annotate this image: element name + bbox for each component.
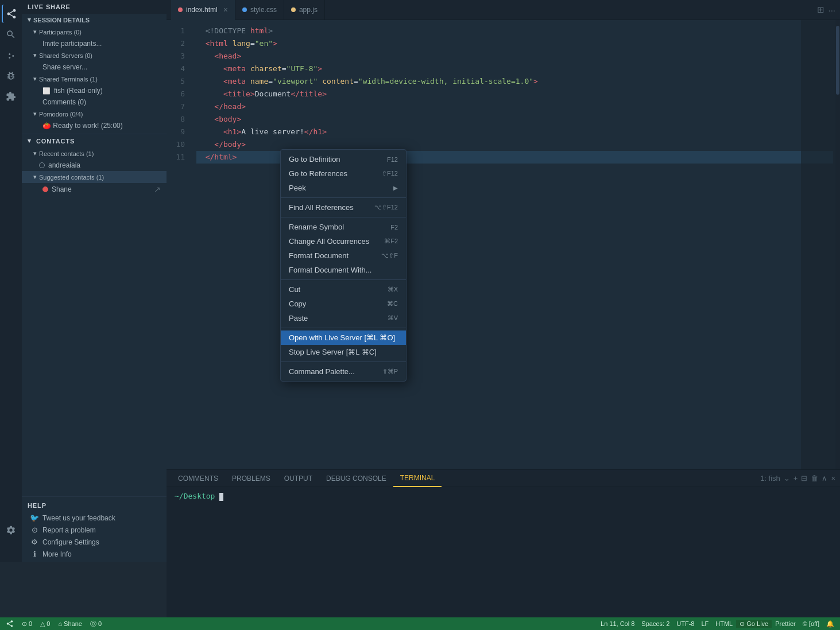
contact-shane[interactable]: Shane ↗ — [22, 183, 167, 196]
ctx-divider-2 — [281, 217, 406, 217]
help-header: HELP — [22, 499, 167, 512]
ctx-peek[interactable]: Peek — [281, 181, 406, 195]
split-editor-icon[interactable]: ⊞ — [817, 5, 824, 15]
status-notification-icon[interactable]: 🔔 — [823, 620, 838, 628]
session-details-header[interactable]: ▾ SESSION DETAILS — [22, 14, 167, 26]
tab-dot-html — [178, 7, 183, 12]
code-line-2: <html lang="en"> — [196, 37, 833, 50]
more-actions-icon[interactable]: ··· — [828, 5, 835, 15]
invite-participants[interactable]: Invite participants... — [22, 38, 167, 49]
terminal-content[interactable]: ~/Desktop — [167, 487, 840, 630]
status-encoding[interactable]: UTF-8 — [673, 620, 698, 627]
tab-app-js[interactable]: app.js — [284, 0, 325, 20]
suggested-contacts-header[interactable]: ▾ Suggested contacts (1) — [22, 171, 167, 183]
pomodoro-status: 🍅 Ready to work! (25:00) — [22, 120, 167, 131]
pomodoro-header[interactable]: ▾ Pomodoro (0/4) — [22, 108, 167, 120]
ctx-copy[interactable]: Copy ⌘C — [281, 297, 406, 311]
status-liveshare-user[interactable]: ⌂ Shane — [55, 617, 86, 630]
terminal-cursor — [219, 493, 223, 501]
recent-contacts-header[interactable]: ▾ Recent contacts (1) — [22, 147, 167, 160]
activity-icon-debug[interactable] — [2, 67, 20, 85]
info-icon: ℹ — [30, 550, 39, 558]
more-info-item[interactable]: ℹ More Info — [22, 548, 167, 560]
open-external-icon[interactable]: ↗ — [154, 185, 161, 194]
status-language[interactable]: HTML — [712, 620, 736, 627]
configure-settings-item[interactable]: ⚙ Configure Settings — [22, 536, 167, 548]
status-line-col[interactable]: Ln 11, Col 8 — [597, 620, 638, 627]
ctx-open-live-server[interactable]: Open with Live Server [⌘L ⌘O] — [281, 330, 406, 345]
status-warnings[interactable]: △ 0 — [37, 617, 53, 630]
ctx-stop-live-server[interactable]: Stop Live Server [⌘L ⌘C] — [281, 345, 406, 359]
code-line-6: <title>Document</title> — [196, 88, 833, 100]
activity-icon-liveshare[interactable] — [2, 5, 20, 23]
ctx-format-document-with[interactable]: Format Document With... — [281, 263, 406, 277]
code-line-3: <head> — [196, 50, 833, 63]
tab-close-button[interactable]: × — [223, 6, 228, 14]
ctx-format-document[interactable]: Format Document ⌥⇧F — [281, 248, 406, 263]
report-problem-item[interactable]: ⊙ Report a problem — [22, 524, 167, 536]
shared-terminals-header[interactable]: ▾ Shared Terminals (1) — [22, 73, 167, 85]
status-errors[interactable]: ⊙ 0 — [18, 617, 36, 630]
contact-online-dot — [42, 186, 48, 192]
ctx-go-to-references[interactable]: Go to References ⇧F12 — [281, 166, 406, 181]
tweet-us-item[interactable]: 🐦 Tweet us your feedback — [22, 512, 167, 524]
status-go-live[interactable]: ⊙ Go Live — [736, 620, 772, 628]
context-menu: Go to Definition F12 Go to References ⇧F… — [280, 149, 407, 382]
activity-icon-git[interactable] — [2, 46, 20, 64]
shared-servers-header[interactable]: ▾ Shared Servers (0) — [22, 49, 167, 61]
tab-index-html[interactable]: index.html × — [171, 0, 235, 20]
terminal-dropdown-icon[interactable]: ⌄ — [784, 474, 790, 483]
ctx-paste[interactable]: Paste ⌘V — [281, 311, 406, 325]
tab-debug-console[interactable]: DEBUG CONSOLE — [319, 470, 393, 487]
comments-item[interactable]: Comments (0) — [22, 96, 167, 108]
status-sync[interactable]: ⓪ 0 — [87, 617, 105, 630]
tab-bar: index.html × style.css app.js ⊞ ··· — [167, 0, 840, 20]
scrollbar-thumb[interactable] — [836, 26, 839, 95]
status-bar: ⊙ 0 △ 0 ⌂ Shane ⓪ 0 Ln 11, Col 8 Spaces:… — [0, 617, 840, 630]
code-line-5: <meta name="viewport" content="width=dev… — [196, 75, 833, 88]
tab-output[interactable]: OUTPUT — [277, 470, 319, 487]
status-liveshare-icon[interactable] — [2, 617, 17, 630]
ctx-divider-4 — [281, 328, 406, 328]
code-line-4: <meta charset="UTF-8"> — [196, 63, 833, 75]
fish-terminal[interactable]: ⬜ fish (Read-only) — [22, 85, 167, 96]
participants-header[interactable]: ▾ Participants (0) — [22, 26, 167, 38]
code-line-9: <h1>A live server!</h1> — [196, 126, 833, 138]
status-off[interactable]: © [off] — [799, 620, 823, 627]
contacts-section: ▾ CONTACTS ▾ Recent contacts (1) andreai… — [22, 134, 167, 196]
terminal-close-icon[interactable]: × — [831, 474, 835, 483]
ctx-cut[interactable]: Cut ⌘X — [281, 282, 406, 297]
code-line-1: <!DOCTYPE html> — [196, 25, 833, 37]
tab-terminal[interactable]: TERMINAL — [393, 470, 442, 487]
share-server[interactable]: Share server... — [22, 61, 167, 73]
status-prettier[interactable]: Prettier — [772, 620, 799, 627]
terminal-panel: COMMENTS PROBLEMS OUTPUT DEBUG CONSOLE T… — [167, 469, 840, 630]
ctx-change-all-occurrences[interactable]: Change All Occurrences ⌘F2 — [281, 234, 406, 248]
terminal-prompt: ~/Desktop — [175, 492, 219, 500]
tab-style-css[interactable]: style.css — [235, 0, 284, 20]
ctx-find-all-references[interactable]: Find All References ⌥⇧F12 — [281, 200, 406, 215]
activity-icon-search[interactable] — [2, 25, 20, 44]
tab-dot-css — [242, 7, 247, 12]
ctx-rename-symbol[interactable]: Rename Symbol F2 — [281, 220, 406, 234]
contacts-header[interactable]: ▾ CONTACTS — [22, 134, 167, 147]
tab-comments[interactable]: COMMENTS — [171, 470, 225, 487]
ctx-command-palette[interactable]: Command Palette... ⇧⌘P — [281, 364, 406, 379]
code-line-7: </head> — [196, 100, 833, 113]
activity-icon-settings[interactable] — [2, 521, 20, 539]
status-line-ending[interactable]: LF — [698, 620, 712, 627]
tab-problems[interactable]: PROBLEMS — [225, 470, 277, 487]
help-section: HELP 🐦 Tweet us your feedback ⊙ Report a… — [22, 496, 167, 562]
terminal-new-icon[interactable]: + — [793, 474, 798, 483]
status-spaces[interactable]: Spaces: 2 — [638, 620, 673, 627]
terminal-split-icon[interactable]: ⊟ — [801, 474, 807, 483]
ctx-go-to-definition[interactable]: Go to Definition F12 — [281, 152, 406, 166]
contact-andreaiaia[interactable]: andreaiaia — [22, 160, 167, 171]
gear-icon: ⚙ — [30, 538, 39, 546]
terminal-trash-icon[interactable]: 🗑 — [811, 474, 818, 483]
tab-dot-js — [291, 7, 296, 12]
activity-icon-extensions[interactable] — [2, 87, 20, 106]
twitter-icon: 🐦 — [30, 514, 39, 522]
terminal-chevron-up-icon[interactable]: ∧ — [822, 474, 827, 483]
editor-scrollbar[interactable] — [835, 20, 840, 469]
